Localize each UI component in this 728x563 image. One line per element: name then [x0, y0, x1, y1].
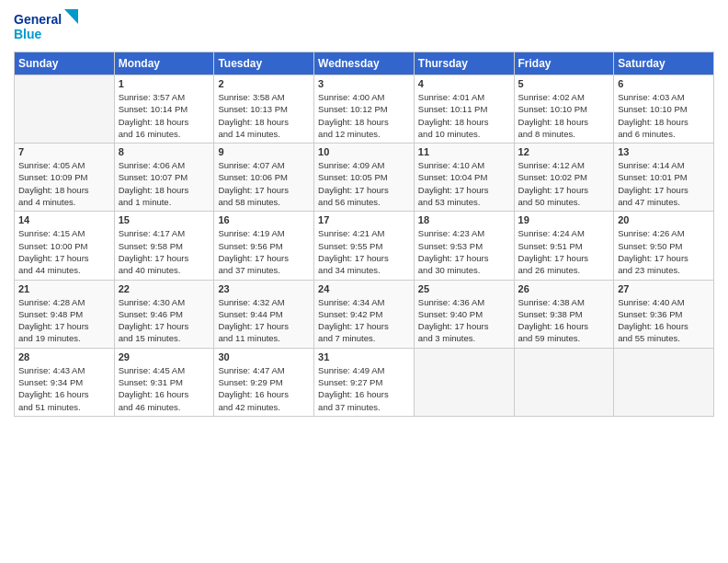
day-number: 26	[518, 283, 610, 294]
calendar-cell: 15Sunrise: 4:17 AM Sunset: 9:58 PM Dayli…	[114, 212, 214, 280]
weekday-header-tuesday: Tuesday	[214, 52, 314, 75]
day-number: 12	[518, 146, 610, 157]
day-info: Sunrise: 4:43 AM Sunset: 9:34 PM Dayligh…	[18, 364, 110, 413]
day-number: 30	[218, 351, 310, 362]
day-info: Sunrise: 4:02 AM Sunset: 10:10 PM Daylig…	[518, 91, 610, 140]
calendar-cell: 16Sunrise: 4:19 AM Sunset: 9:56 PM Dayli…	[214, 212, 314, 280]
day-info: Sunrise: 4:12 AM Sunset: 10:02 PM Daylig…	[518, 159, 610, 208]
week-row-4: 21Sunrise: 4:28 AM Sunset: 9:48 PM Dayli…	[15, 280, 714, 348]
day-number: 17	[318, 214, 410, 225]
svg-text:Blue: Blue	[14, 27, 42, 41]
day-info: Sunrise: 4:30 AM Sunset: 9:46 PM Dayligh…	[119, 296, 210, 345]
page: General Blue SundayMondayTuesdayWednesda…	[0, 0, 728, 563]
header: General Blue	[14, 9, 714, 44]
day-info: Sunrise: 4:05 AM Sunset: 10:09 PM Daylig…	[18, 159, 110, 208]
calendar-cell: 24Sunrise: 4:34 AM Sunset: 9:42 PM Dayli…	[314, 280, 415, 348]
svg-text:General: General	[14, 12, 62, 27]
day-info: Sunrise: 4:01 AM Sunset: 10:11 PM Daylig…	[418, 91, 510, 140]
weekday-header-sunday: Sunday	[15, 52, 115, 75]
week-row-2: 7Sunrise: 4:05 AM Sunset: 10:09 PM Dayli…	[15, 144, 714, 212]
day-number: 28	[18, 351, 110, 362]
calendar-cell: 29Sunrise: 4:45 AM Sunset: 9:31 PM Dayli…	[114, 348, 214, 416]
calendar-cell: 28Sunrise: 4:43 AM Sunset: 9:34 PM Dayli…	[15, 348, 115, 416]
day-number: 31	[318, 351, 410, 362]
calendar-cell: 3Sunrise: 4:00 AM Sunset: 10:12 PM Dayli…	[314, 75, 415, 144]
calendar-cell: 4Sunrise: 4:01 AM Sunset: 10:11 PM Dayli…	[414, 75, 514, 144]
day-number: 23	[218, 283, 310, 294]
calendar-cell: 12Sunrise: 4:12 AM Sunset: 10:02 PM Dayl…	[514, 144, 614, 212]
day-number: 2	[218, 78, 310, 89]
day-info: Sunrise: 4:14 AM Sunset: 10:01 PM Daylig…	[618, 159, 710, 208]
day-number: 5	[518, 78, 610, 89]
week-row-3: 14Sunrise: 4:15 AM Sunset: 10:00 PM Dayl…	[15, 212, 714, 280]
logo-svg: General Blue	[14, 9, 87, 44]
day-info: Sunrise: 4:07 AM Sunset: 10:06 PM Daylig…	[218, 159, 310, 208]
calendar-cell: 31Sunrise: 4:49 AM Sunset: 9:27 PM Dayli…	[314, 348, 415, 416]
day-number: 21	[18, 283, 110, 294]
calendar-cell: 26Sunrise: 4:38 AM Sunset: 9:38 PM Dayli…	[514, 280, 614, 348]
calendar-cell: 23Sunrise: 4:32 AM Sunset: 9:44 PM Dayli…	[214, 280, 314, 348]
calendar-table: SundayMondayTuesdayWednesdayThursdayFrid…	[14, 52, 714, 417]
calendar-cell	[514, 348, 614, 416]
day-number: 8	[119, 146, 210, 157]
day-info: Sunrise: 4:34 AM Sunset: 9:42 PM Dayligh…	[318, 296, 410, 345]
day-info: Sunrise: 4:32 AM Sunset: 9:44 PM Dayligh…	[218, 296, 310, 345]
day-number: 20	[618, 214, 710, 225]
weekday-header-wednesday: Wednesday	[314, 52, 415, 75]
day-info: Sunrise: 4:21 AM Sunset: 9:55 PM Dayligh…	[318, 227, 410, 276]
day-info: Sunrise: 4:26 AM Sunset: 9:50 PM Dayligh…	[618, 227, 710, 276]
day-number: 22	[119, 283, 210, 294]
day-number: 16	[218, 214, 310, 225]
week-row-1: 1Sunrise: 3:57 AM Sunset: 10:14 PM Dayli…	[15, 75, 714, 144]
day-info: Sunrise: 3:57 AM Sunset: 10:14 PM Daylig…	[119, 91, 210, 140]
day-number: 9	[218, 146, 310, 157]
day-info: Sunrise: 4:40 AM Sunset: 9:36 PM Dayligh…	[618, 296, 710, 345]
weekday-header-row: SundayMondayTuesdayWednesdayThursdayFrid…	[15, 52, 714, 75]
day-info: Sunrise: 4:17 AM Sunset: 9:58 PM Dayligh…	[119, 227, 210, 276]
day-number: 7	[18, 146, 110, 157]
calendar-cell: 18Sunrise: 4:23 AM Sunset: 9:53 PM Dayli…	[414, 212, 514, 280]
calendar-cell: 22Sunrise: 4:30 AM Sunset: 9:46 PM Dayli…	[114, 280, 214, 348]
day-number: 19	[518, 214, 610, 225]
calendar-cell	[15, 75, 115, 144]
day-number: 1	[119, 78, 210, 89]
logo: General Blue	[14, 9, 87, 44]
day-number: 11	[418, 146, 510, 157]
calendar-cell: 10Sunrise: 4:09 AM Sunset: 10:05 PM Dayl…	[314, 144, 415, 212]
day-info: Sunrise: 4:19 AM Sunset: 9:56 PM Dayligh…	[218, 227, 310, 276]
calendar-cell	[614, 348, 714, 416]
day-number: 13	[618, 146, 710, 157]
week-row-5: 28Sunrise: 4:43 AM Sunset: 9:34 PM Dayli…	[15, 348, 714, 416]
day-info: Sunrise: 4:06 AM Sunset: 10:07 PM Daylig…	[119, 159, 210, 208]
day-number: 10	[318, 146, 410, 157]
day-number: 29	[119, 351, 210, 362]
day-info: Sunrise: 4:09 AM Sunset: 10:05 PM Daylig…	[318, 159, 410, 208]
day-info: Sunrise: 4:49 AM Sunset: 9:27 PM Dayligh…	[318, 364, 410, 413]
day-info: Sunrise: 4:38 AM Sunset: 9:38 PM Dayligh…	[518, 296, 610, 345]
day-info: Sunrise: 4:36 AM Sunset: 9:40 PM Dayligh…	[418, 296, 510, 345]
calendar-cell: 19Sunrise: 4:24 AM Sunset: 9:51 PM Dayli…	[514, 212, 614, 280]
day-number: 14	[18, 214, 110, 225]
calendar-cell: 7Sunrise: 4:05 AM Sunset: 10:09 PM Dayli…	[15, 144, 115, 212]
calendar-cell: 17Sunrise: 4:21 AM Sunset: 9:55 PM Dayli…	[314, 212, 415, 280]
day-number: 15	[119, 214, 210, 225]
calendar-cell: 13Sunrise: 4:14 AM Sunset: 10:01 PM Dayl…	[614, 144, 714, 212]
day-number: 4	[418, 78, 510, 89]
day-info: Sunrise: 4:00 AM Sunset: 10:12 PM Daylig…	[318, 91, 410, 140]
day-info: Sunrise: 4:23 AM Sunset: 9:53 PM Dayligh…	[418, 227, 510, 276]
calendar-cell: 8Sunrise: 4:06 AM Sunset: 10:07 PM Dayli…	[114, 144, 214, 212]
calendar-cell	[414, 348, 514, 416]
calendar-cell: 11Sunrise: 4:10 AM Sunset: 10:04 PM Dayl…	[414, 144, 514, 212]
day-number: 6	[618, 78, 710, 89]
calendar-cell: 2Sunrise: 3:58 AM Sunset: 10:13 PM Dayli…	[214, 75, 314, 144]
calendar-cell: 9Sunrise: 4:07 AM Sunset: 10:06 PM Dayli…	[214, 144, 314, 212]
day-info: Sunrise: 3:58 AM Sunset: 10:13 PM Daylig…	[218, 91, 310, 140]
weekday-header-friday: Friday	[514, 52, 614, 75]
day-info: Sunrise: 4:10 AM Sunset: 10:04 PM Daylig…	[418, 159, 510, 208]
calendar-cell: 30Sunrise: 4:47 AM Sunset: 9:29 PM Dayli…	[214, 348, 314, 416]
day-info: Sunrise: 4:15 AM Sunset: 10:00 PM Daylig…	[18, 227, 110, 276]
weekday-header-saturday: Saturday	[614, 52, 714, 75]
calendar-cell: 25Sunrise: 4:36 AM Sunset: 9:40 PM Dayli…	[414, 280, 514, 348]
calendar-cell: 1Sunrise: 3:57 AM Sunset: 10:14 PM Dayli…	[114, 75, 214, 144]
day-info: Sunrise: 4:24 AM Sunset: 9:51 PM Dayligh…	[518, 227, 610, 276]
